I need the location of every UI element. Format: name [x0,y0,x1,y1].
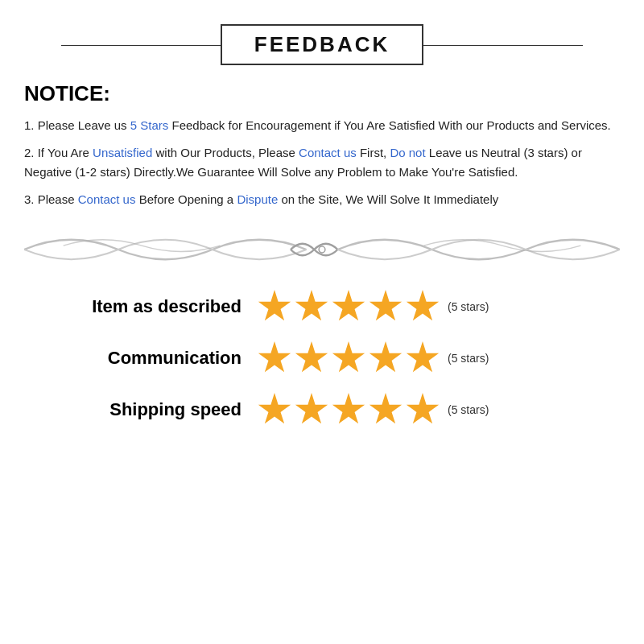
notice-2-highlight-donot: Do not [390,146,425,159]
star-2-row-2 [295,393,328,427]
rating-row-communication: Communication (5 stars) [48,341,596,375]
star-1-row-0 [258,290,291,324]
notice-2-text-before: If You Are [38,146,93,159]
stars-label-2: (5 stars) [448,403,489,416]
star-2-row-1 [295,341,328,375]
star-5-row-1 [406,341,440,375]
notice-2-number: 2. [24,146,35,159]
stars-container-0: (5 stars) [258,290,489,324]
star-3-row-1 [332,341,365,375]
notice-item-3: 3. Please Contact us Before Opening a Di… [24,190,620,209]
notice-3-highlight-dispute: Dispute [237,192,278,206]
stars-container-1: (5 stars) [258,341,489,375]
feedback-title: FEEDBACK [254,32,390,56]
stars-label-0: (5 stars) [448,300,489,313]
notice-section: NOTICE: 1. Please Leave us 5 Stars Feedb… [24,81,620,209]
rating-label-communication: Communication [48,348,258,369]
star-4-row-1 [369,341,402,375]
notice-item-2: 2. If You Are Unsatisfied with Our Produ… [24,143,620,182]
star-1-row-2 [258,393,291,427]
notice-2-text-middle1: with Our Products, Please [155,146,299,159]
star-4-row-0 [369,290,402,324]
decorative-divider [24,225,620,274]
star-3-row-2 [332,393,365,427]
divider-svg [24,225,620,274]
notice-1-text-after: Feedback for Encouragement if You Are Sa… [171,118,610,132]
rating-label-item-described: Item as described [48,296,258,317]
star-2-row-0 [295,290,328,324]
page-container: FEEDBACK NOTICE: 1. Please Leave us 5 St… [0,0,644,644]
notice-1-number: 1. [24,118,35,132]
ratings-section: Item as described (5 stars) Communicatio… [24,290,620,427]
notice-3-text-before: Please [38,192,78,206]
notice-3-text-after: on the Site, We Will Solve It Immediatel… [281,192,498,206]
notice-2-text-middle2: First, [360,146,390,159]
svg-point-0 [319,246,325,253]
notice-3-number: 3. [24,192,35,206]
notice-title: NOTICE: [24,81,620,106]
notice-2-highlight-unsatisfied: Unsatisfied [93,146,152,159]
star-1-row-1 [258,341,291,375]
notice-list: 1. Please Leave us 5 Stars Feedback for … [24,116,620,209]
notice-item-1: 1. Please Leave us 5 Stars Feedback for … [24,116,620,135]
notice-3-highlight-contact: Contact us [78,192,136,206]
notice-1-text-before: Please Leave us [38,118,130,132]
notice-3-text-middle: Before Opening a [139,192,237,206]
rating-row-item-described: Item as described (5 stars) [48,290,596,324]
star-4-row-2 [369,393,402,427]
feedback-title-box: FEEDBACK [221,24,423,65]
rating-label-shipping: Shipping speed [48,399,258,420]
rating-row-shipping: Shipping speed (5 stars) [48,393,596,427]
notice-1-highlight-stars: 5 Stars [130,118,169,132]
feedback-header: FEEDBACK [24,24,620,65]
star-3-row-0 [332,290,365,324]
stars-label-1: (5 stars) [448,352,489,365]
notice-2-highlight-contact: Contact us [299,146,357,159]
star-5-row-2 [406,393,440,427]
star-5-row-0 [406,290,440,324]
stars-container-2: (5 stars) [258,393,489,427]
